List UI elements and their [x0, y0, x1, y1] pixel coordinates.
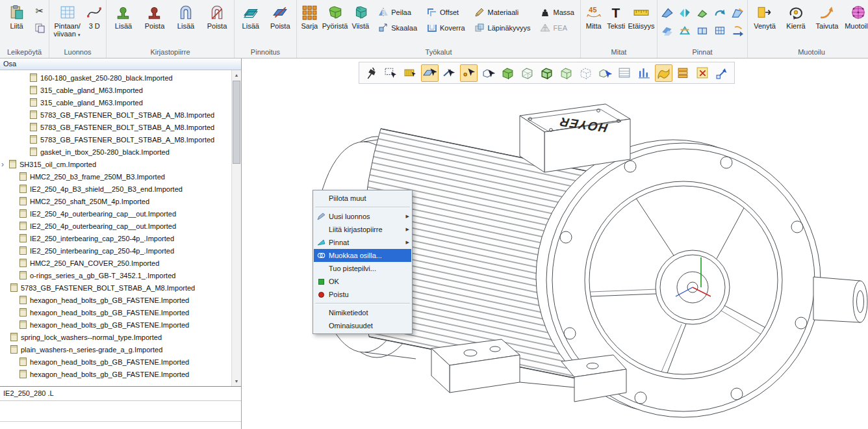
- tree-item[interactable]: hexagon_head_bolts_gb_GB_FASTENE.Importe…: [0, 356, 231, 368]
- scale-button[interactable]: Skaalaa: [375, 21, 420, 35]
- menu-item-ominaisuudet[interactable]: Ominaisuudet: [314, 319, 411, 332]
- surface-delete-icon[interactable]: [695, 5, 710, 21]
- chamfer-button[interactable]: Viistä: [350, 1, 372, 43]
- tree-item[interactable]: plain_washers-n_series-grade_a_g.Importe…: [0, 343, 231, 356]
- surface-grid-icon[interactable]: [712, 23, 728, 38]
- cut-button[interactable]: [32, 4, 47, 18]
- pick-edge-icon[interactable]: [440, 64, 458, 82]
- layers-icon[interactable]: [674, 64, 692, 82]
- tree-item[interactable]: IE2_250_4p_B3_shield__250_B3_end.Importe…: [0, 183, 231, 195]
- menu-item-pinnat[interactable]: Pinnat: [314, 236, 411, 249]
- select-box-icon[interactable]: [382, 64, 400, 82]
- surface-split-icon[interactable]: [677, 5, 693, 21]
- freeform-button[interactable]: Muotoile: [843, 1, 868, 43]
- scroll-up-button[interactable]: [232, 70, 241, 80]
- menu-item-uusi-luonnos[interactable]: Uusi luonnos: [314, 210, 411, 223]
- tree-scrollbar[interactable]: [231, 70, 241, 386]
- pick-body-icon[interactable]: [479, 64, 497, 82]
- coating-remove-button[interactable]: Poista: [266, 1, 295, 43]
- twist-button[interactable]: Kierrä: [781, 1, 811, 43]
- surface-flip-icon[interactable]: [730, 23, 745, 38]
- view-ghost-icon[interactable]: [577, 64, 594, 82]
- fillet-button[interactable]: Pyöristä: [322, 1, 349, 43]
- coating-add-button[interactable]: Lisää: [236, 1, 265, 43]
- tree-item[interactable]: 5783_GB_FASTENER_BOLT_STBAB_A_M8.Importe…: [0, 109, 231, 121]
- delete-sketch-icon[interactable]: [694, 64, 711, 82]
- scroll-thumb[interactable]: [233, 81, 240, 164]
- select-solid-icon[interactable]: [596, 64, 614, 82]
- offset-button[interactable]: Offset: [424, 5, 468, 20]
- tree-item[interactable]: hexagon_head_bolts_gb_GB_FASTENE.Importe…: [0, 368, 231, 380]
- tree-item[interactable]: HMC2_250_b3_frame_250M_B3.Imported: [0, 170, 231, 183]
- tree-item[interactable]: IE2_250_interbearing_cap_250-4p_.Importe…: [0, 244, 231, 257]
- text-button[interactable]: T Teksti: [606, 1, 626, 43]
- shell-button[interactable]: Koverra: [424, 21, 468, 35]
- menu-item-liit-kirjastopiirre[interactable]: Liitä kirjastopiirre: [314, 223, 411, 236]
- tree-item[interactable]: gasket_in_tbox_250-280_black.Imported: [0, 146, 231, 158]
- tree-item[interactable]: 315_cable_gland_M63.Imported: [0, 84, 231, 96]
- tree-item[interactable]: IE2_250_4p_outerbearing_cap__out.Importe…: [0, 207, 231, 220]
- library-feature-add-button[interactable]: Lisää: [108, 1, 138, 43]
- menu-item-tuo-pistepilvi[interactable]: Tuo pistepilvi...: [314, 262, 411, 275]
- tree-item[interactable]: hexagon_head_bolts_gb_GB_FASTENE.Importe…: [0, 294, 231, 306]
- active-part-field[interactable]: IE2_250_280 .L: [0, 387, 241, 401]
- tree-item[interactable]: 5783_GB_FASTENER_BOLT_STBAB_A_M8.Importe…: [0, 121, 231, 133]
- menu-item-nimiketiedot[interactable]: Nimiketiedot: [314, 306, 411, 319]
- tree-item[interactable]: spring_lock_washers--normal_type.Importe…: [0, 331, 231, 343]
- pin-icon[interactable]: [363, 64, 380, 82]
- tree-item[interactable]: hexagon_head_bolts_gb_GB_FASTENE.Importe…: [0, 318, 231, 331]
- expand-chevron-icon[interactable]: [1, 161, 9, 168]
- library-feature-remove-button[interactable]: Poista: [140, 1, 170, 43]
- transparency-button[interactable]: Läpinäkyvyys: [472, 21, 533, 35]
- feature-list-icon[interactable]: [616, 64, 633, 82]
- mirror-button[interactable]: Peilaa: [375, 5, 420, 20]
- view-wireframe-icon[interactable]: [518, 64, 536, 82]
- section-bars-icon[interactable]: [635, 64, 653, 82]
- distance-button[interactable]: Etäisyys: [628, 1, 655, 43]
- menu-item-label: Muokkaa osilla...: [327, 252, 402, 259]
- export-view-icon[interactable]: [713, 64, 731, 82]
- view-soft-icon[interactable]: [557, 64, 575, 82]
- library-remove-button[interactable]: Poista: [202, 1, 232, 43]
- surface-extend-icon[interactable]: [730, 5, 745, 21]
- surface-select-icon[interactable]: [659, 5, 675, 21]
- surface-mode-icon[interactable]: [655, 64, 672, 82]
- surface-merge-icon[interactable]: [695, 23, 710, 38]
- copy-button[interactable]: [32, 22, 47, 36]
- tree-item[interactable]: IE2_250_interbearing_cap_250-4p_.Importe…: [0, 232, 231, 244]
- tree-item[interactable]: 160-180_gasket_250-280_black.Imported: [0, 72, 231, 84]
- scroll-down-button[interactable]: [232, 376, 241, 386]
- pattern-button[interactable]: Sarja: [299, 1, 320, 43]
- fea-button[interactable]: FEA: [537, 21, 577, 35]
- tree-item[interactable]: SH315_oil_cm.Imported: [0, 158, 231, 170]
- tree-item[interactable]: HMC2_250_shaft_250M_4p.Imported: [0, 195, 231, 207]
- surface-trim-icon[interactable]: [677, 23, 693, 38]
- surface-offset-icon[interactable]: [659, 23, 675, 38]
- pick-face-icon[interactable]: [421, 64, 439, 82]
- surface-rotate-icon[interactable]: [712, 5, 728, 21]
- view-shaded-icon[interactable]: [499, 64, 517, 82]
- material-button[interactable]: Materiaali: [472, 5, 533, 20]
- stretch-button[interactable]: Venytä: [750, 1, 780, 43]
- select-grid-icon[interactable]: [402, 64, 419, 82]
- menu-item-piilota-muut[interactable]: Piilota muut: [314, 192, 411, 205]
- tree-item[interactable]: 315_cable_gland_M63.Imported: [0, 96, 231, 109]
- mass-button[interactable]: Massa: [537, 5, 577, 20]
- tree-item[interactable]: IE2_250_4p_outerbearing_cap__out.Importe…: [0, 220, 231, 232]
- tree-item[interactable]: 5783_GB_FASTENER_BOLT_STBAB_A_M8.Importe…: [0, 133, 231, 146]
- measure-button[interactable]: 45 Mitta: [583, 1, 604, 43]
- menu-item-poistu[interactable]: Poistu: [314, 288, 411, 301]
- sketch-3d-button[interactable]: 3 D: [84, 1, 104, 43]
- paste-button[interactable]: Liitä: [2, 1, 31, 43]
- tree-item[interactable]: 5783_GB_FASTENER_BOLT_STBAB_A_M8.Importe…: [0, 281, 231, 294]
- tree-item[interactable]: o-rings_series_a_gb_GB-T_3452.1_.Importe…: [0, 269, 231, 281]
- tree-item[interactable]: HMC2_250_FAN_COVER_250.Imported: [0, 257, 231, 269]
- view-shaded-edges-icon[interactable]: [538, 64, 555, 82]
- library-add-button[interactable]: Lisää: [171, 1, 201, 43]
- sketch-on-surface-button[interactable]: Pintaan/ viivaan: [51, 1, 83, 43]
- menu-item-ok[interactable]: OK: [314, 275, 411, 288]
- pick-vertex-icon[interactable]: [460, 64, 478, 82]
- bend-button[interactable]: Taivuta: [812, 1, 842, 43]
- menu-item-muokkaa-osilla[interactable]: Muokkaa osilla...: [314, 249, 411, 262]
- tree-item[interactable]: hexagon_head_bolts_gb_GB_FASTENE.Importe…: [0, 306, 231, 318]
